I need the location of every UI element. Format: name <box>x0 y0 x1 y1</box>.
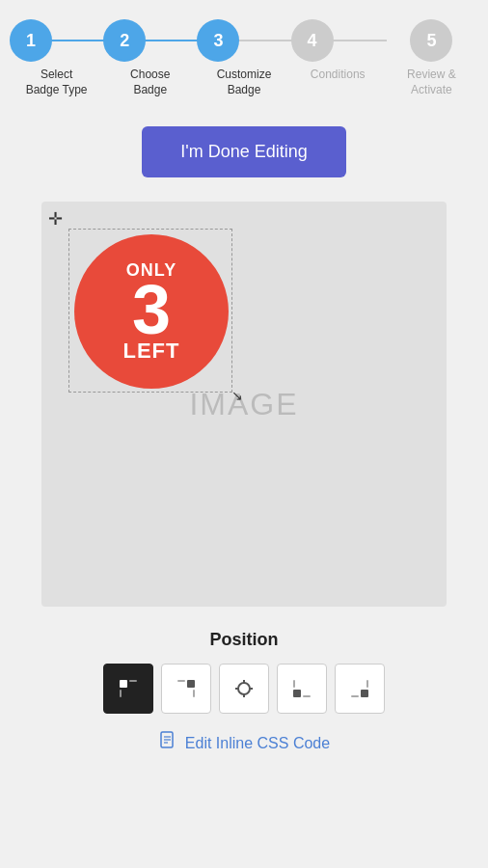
badge-number: 3 <box>132 275 171 344</box>
step-line-2-3 <box>144 40 199 41</box>
step-line-1-2 <box>50 40 105 41</box>
document-edit-icon <box>158 731 177 750</box>
svg-rect-3 <box>177 680 185 682</box>
position-section: Position <box>0 630 488 714</box>
position-center-button[interactable] <box>219 664 269 714</box>
step-line-4-5 <box>332 40 387 41</box>
svg-rect-12 <box>293 680 295 688</box>
svg-rect-5 <box>193 690 195 697</box>
edit-css-label: Edit Inline CSS Code <box>185 735 330 752</box>
svg-rect-1 <box>129 680 137 682</box>
step-label-3: Customize Badge <box>210 68 278 97</box>
svg-rect-2 <box>120 690 122 697</box>
svg-rect-14 <box>361 690 368 697</box>
move-handle-icon[interactable]: ✛ <box>48 208 63 230</box>
bottom-left-icon <box>290 677 313 700</box>
top-left-icon <box>117 677 140 700</box>
edit-css-link[interactable]: Edit Inline CSS Code <box>158 731 330 755</box>
step-label-4: Conditions <box>311 68 366 83</box>
badge-line2: LEFT <box>123 340 180 362</box>
svg-rect-13 <box>303 695 311 697</box>
top-right-icon <box>175 677 198 700</box>
resize-handle-icon[interactable]: ↘ <box>231 388 243 403</box>
svg-rect-15 <box>366 680 368 688</box>
badge-circle: ONLY 3 LEFT <box>74 234 229 389</box>
step-line-3-4 <box>237 40 292 41</box>
step-circle-4: 4 <box>291 19 334 62</box>
edit-css-icon <box>158 731 177 755</box>
position-title: Position <box>210 630 279 650</box>
svg-rect-11 <box>293 690 301 697</box>
step-3[interactable]: 3 Customize Badge <box>197 19 290 97</box>
done-editing-button[interactable]: I'm Done Editing <box>142 126 346 177</box>
step-circle-1: 1 <box>10 19 52 62</box>
svg-rect-4 <box>187 680 195 688</box>
position-bottom-right-button[interactable] <box>335 664 385 714</box>
step-circle-2: 2 <box>103 19 146 62</box>
stepper: 1 Select Badge Type 2 Choose Badge 3 Cus… <box>0 0 488 107</box>
canvas-area: IMAGE ✛ ONLY 3 LEFT ↘ <box>41 202 447 607</box>
step-2[interactable]: 2 Choose Badge <box>103 19 197 97</box>
bottom-right-icon <box>348 677 371 700</box>
svg-rect-0 <box>120 680 127 688</box>
step-label-1: Select Badge Type <box>23 68 91 97</box>
badge-element[interactable]: ✛ ONLY 3 LEFT ↘ <box>68 229 232 393</box>
step-circle-5: 5 <box>410 19 452 62</box>
center-icon <box>232 677 256 700</box>
position-top-left-button[interactable] <box>103 664 153 714</box>
position-bottom-left-button[interactable] <box>277 664 327 714</box>
step-4[interactable]: 4 Conditions <box>291 19 385 83</box>
step-label-5: Review & Activate <box>397 68 465 97</box>
position-top-right-button[interactable] <box>161 664 211 714</box>
svg-point-6 <box>238 683 250 694</box>
step-5[interactable]: 5 Review & Activate <box>385 19 478 97</box>
svg-rect-16 <box>351 695 359 697</box>
step-1[interactable]: 1 Select Badge Type <box>10 19 103 97</box>
step-label-2: Choose Badge <box>117 68 184 97</box>
position-buttons <box>103 664 385 714</box>
step-circle-3: 3 <box>197 19 239 62</box>
